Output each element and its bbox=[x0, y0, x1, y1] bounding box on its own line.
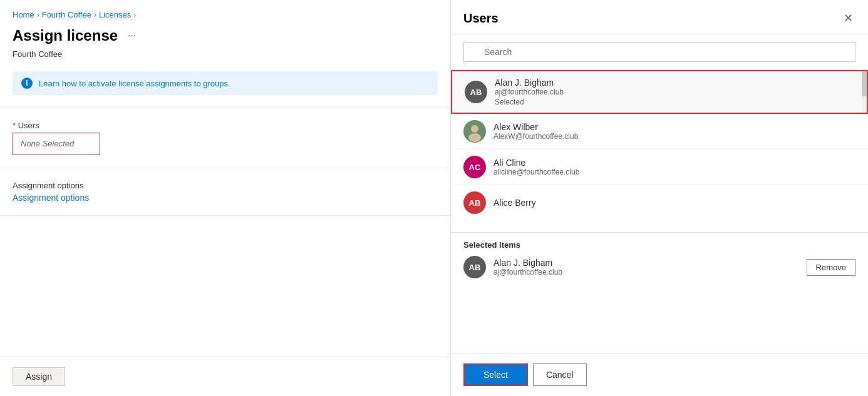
list-item[interactable]: Alex Wilber AlexW@fourthcoffee.club bbox=[451, 114, 868, 150]
users-field-box[interactable]: None Selected bbox=[13, 133, 100, 155]
info-text: Learn how to activate license assignment… bbox=[39, 79, 230, 88]
page-title: Assign license bbox=[13, 27, 118, 44]
breadcrumb-licenses[interactable]: Licenses bbox=[99, 10, 131, 19]
selected-user-row: AB Alan J. Bigham aj@fourthcoffee.club R… bbox=[463, 256, 855, 278]
user-email: aj@fourthcoffee.club bbox=[495, 88, 564, 96]
panel-footer: Select Cancel bbox=[451, 353, 868, 396]
search-wrapper: 🔍 bbox=[463, 42, 855, 62]
list-item[interactable]: AB Alan J. Bigham aj@fourthcoffee.club S… bbox=[451, 70, 868, 114]
scrollbar-thumb[interactable] bbox=[862, 71, 867, 96]
user-info: Alex Wilber AlexW@fourthcoffee.club bbox=[493, 122, 578, 141]
select-button[interactable]: Select bbox=[463, 363, 528, 386]
svg-point-2 bbox=[468, 133, 481, 142]
page-title-area: Assign license ··· bbox=[0, 24, 450, 49]
breadcrumb-sep-3: › bbox=[133, 11, 136, 19]
users-field-label: * Users bbox=[13, 121, 438, 130]
selected-items-title: Selected items bbox=[463, 240, 855, 250]
panel-title: Users bbox=[463, 11, 499, 26]
breadcrumb-sep-2: › bbox=[94, 11, 96, 19]
user-name: Alan J. Bigham bbox=[493, 258, 562, 268]
info-icon: i bbox=[21, 78, 33, 89]
user-list: AB Alan J. Bigham aj@fourthcoffee.club S… bbox=[451, 69, 868, 232]
info-banner: i Learn how to activate license assignme… bbox=[13, 71, 438, 95]
selected-items-section: Selected items AB Alan J. Bigham aj@four… bbox=[451, 232, 868, 286]
selected-avatar: AB bbox=[463, 256, 486, 278]
avatar: AC bbox=[463, 156, 486, 178]
avatar bbox=[463, 120, 486, 143]
left-panel: Home › Fourth Coffee › Licenses › Assign… bbox=[0, 0, 451, 396]
list-item[interactable]: AB Alice Berry bbox=[451, 185, 868, 220]
user-email: aj@fourthcoffee.club bbox=[493, 268, 562, 277]
divider-2 bbox=[0, 168, 450, 168]
breadcrumb-fourth-coffee[interactable]: Fourth Coffee bbox=[42, 10, 91, 19]
search-input[interactable] bbox=[463, 42, 855, 62]
svg-point-1 bbox=[471, 125, 478, 133]
left-bottom-bar: Assign bbox=[0, 357, 450, 396]
list-item[interactable]: AC Ali Cline alicline@fourthcoffee.club bbox=[451, 150, 868, 185]
assignment-options-link[interactable]: Assignment options bbox=[13, 193, 89, 203]
user-email: AlexW@fourthcoffee.club bbox=[493, 132, 578, 141]
assignment-options-label: Assignment options bbox=[13, 181, 438, 190]
breadcrumb-sep-1: › bbox=[37, 11, 39, 19]
user-name: Ali Cline bbox=[493, 158, 579, 168]
user-name: Alice Berry bbox=[493, 198, 536, 208]
user-name: Alan J. Bigham bbox=[495, 78, 564, 88]
required-star: * bbox=[13, 121, 16, 130]
user-info: Alice Berry bbox=[493, 198, 536, 208]
divider-3 bbox=[0, 215, 450, 216]
scrollbar-track bbox=[862, 71, 867, 113]
remove-button[interactable]: Remove bbox=[807, 259, 855, 276]
selected-user-info: AB Alan J. Bigham aj@fourthcoffee.club bbox=[463, 256, 562, 278]
divider-1 bbox=[0, 108, 450, 108]
search-area: 🔍 bbox=[451, 34, 868, 69]
breadcrumb-home[interactable]: Home bbox=[13, 10, 34, 19]
user-info: Ali Cline alicline@fourthcoffee.club bbox=[493, 158, 579, 176]
assign-button[interactable]: Assign bbox=[13, 367, 65, 386]
user-info: Alan J. Bigham aj@fourthcoffee.club bbox=[493, 258, 562, 277]
panel-header: Users ✕ bbox=[451, 0, 868, 34]
users-none-selected: None Selected bbox=[21, 139, 74, 148]
user-email: alicline@fourthcoffee.club bbox=[493, 168, 579, 176]
more-options-button[interactable]: ··· bbox=[124, 29, 140, 43]
close-button[interactable]: ✕ bbox=[841, 10, 855, 26]
info-link[interactable]: Learn how to activate license assignment… bbox=[39, 79, 230, 88]
user-info: Alan J. Bigham aj@fourthcoffee.club Sele… bbox=[495, 78, 564, 106]
breadcrumb: Home › Fourth Coffee › Licenses › bbox=[0, 0, 450, 24]
users-panel: Users ✕ 🔍 AB Alan J. Bigham aj@fourthcof… bbox=[451, 0, 868, 396]
avatar: AB bbox=[465, 81, 487, 103]
person-avatar-svg bbox=[463, 120, 486, 143]
user-name: Alex Wilber bbox=[493, 122, 578, 132]
cancel-button[interactable]: Cancel bbox=[533, 363, 587, 386]
page-subtitle: Fourth Coffee bbox=[0, 49, 450, 66]
users-field-section: * Users None Selected bbox=[0, 116, 450, 160]
assignment-options-section: Assignment options Assignment options bbox=[0, 176, 450, 208]
user-selected-status: Selected bbox=[495, 98, 564, 106]
avatar: AB bbox=[463, 191, 486, 214]
